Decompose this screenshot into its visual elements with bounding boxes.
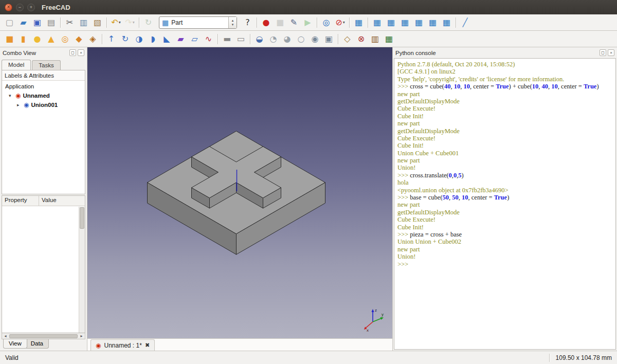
tree-item-union001-label: Union001: [31, 102, 58, 108]
view-axonometric-button[interactable]: ▦: [352, 16, 366, 29]
3d-viewport[interactable]: z y x: [87, 47, 392, 338]
macro-play-button[interactable]: ▶: [301, 16, 315, 29]
workbench-selector-spinner[interactable]: ▴ ▾: [228, 17, 237, 28]
new-file-button[interactable]: ▢: [3, 16, 16, 29]
combo-view-float-button[interactable]: ◻: [69, 49, 76, 56]
tree-item-union001[interactable]: ▸ ◉ Union001: [2, 100, 85, 110]
combo-view-title: Combo View: [3, 50, 68, 56]
part-extrude-button[interactable]: ↑: [104, 32, 118, 46]
part-revolve-button[interactable]: ↻: [118, 32, 132, 46]
combo-view-close-button[interactable]: ×: [78, 49, 84, 56]
part-thickness-button[interactable]: ▥: [368, 32, 382, 46]
part-defeaturing-button[interactable]: ⊗: [354, 32, 368, 46]
macro-record-button[interactable]: ●: [259, 16, 273, 29]
python-console-float-button[interactable]: ◻: [600, 49, 606, 56]
view-front-button[interactable]: ▦: [370, 16, 384, 29]
part-cylinder-button[interactable]: ▮: [16, 32, 30, 46]
part-create-primitives-button[interactable]: ◆: [72, 32, 86, 46]
part-box-icon: ■: [6, 35, 13, 43]
tab-model[interactable]: Model: [2, 60, 31, 70]
save-file-button[interactable]: ▣: [30, 16, 44, 29]
spin-up-icon: ▴: [232, 19, 234, 23]
part-chamfer-button[interactable]: ◣: [160, 32, 174, 46]
property-vertical-scrollbar[interactable]: [79, 207, 85, 333]
freecad-doc-icon: ◉: [96, 342, 101, 349]
part-mirror-button[interactable]: ◑: [132, 32, 146, 46]
print-button[interactable]: ▤: [44, 16, 58, 29]
expander-closed-icon[interactable]: ▸: [17, 102, 22, 107]
view-left-button[interactable]: ▦: [440, 16, 453, 29]
view-bottom-button[interactable]: ▦: [426, 16, 440, 29]
fit-all-button[interactable]: ◎: [319, 16, 333, 29]
part-check-geometry-button[interactable]: ◉: [308, 32, 322, 46]
part-defeaturing-icon: ⊗: [358, 35, 365, 43]
expander-open-icon[interactable]: ▾: [9, 93, 13, 98]
part-sphere-button[interactable]: ●: [30, 32, 44, 46]
redo-button[interactable]: ↷▾: [123, 16, 137, 29]
console-line: Python 2.7.8 (default, Oct 20 2014, 15:0…: [397, 61, 612, 68]
part-shape-builder-button[interactable]: ◈: [86, 32, 100, 46]
measure-distance-button[interactable]: ╱: [458, 16, 472, 29]
console-line: >>> cross.translate(0,0,5): [397, 172, 612, 179]
part-section-button[interactable]: ▬: [220, 32, 234, 46]
python-console-output[interactable]: Python 2.7.8 (default, Oct 20 2014, 15:0…: [394, 58, 616, 350]
document-tab-unnamed[interactable]: ◉ Unnamed : 1* ✖: [90, 339, 155, 351]
console-line: hola: [397, 179, 612, 186]
window-minimize-button[interactable]: −: [16, 4, 24, 11]
refresh-button[interactable]: ↻: [141, 16, 155, 29]
paste-button[interactable]: ▧: [90, 16, 104, 29]
property-editor: Property Value: [2, 195, 85, 333]
macro-stop-button[interactable]: ■: [273, 16, 287, 29]
view-top-button[interactable]: ▦: [384, 16, 398, 29]
part-loft-button[interactable]: ▱: [188, 32, 202, 46]
z-axis-arrow-icon: [372, 309, 374, 312]
part-intersection-button[interactable]: ○: [294, 32, 308, 46]
model-union001[interactable]: [148, 131, 325, 254]
part-fillet-button[interactable]: ◗: [146, 32, 160, 46]
part-cone-button[interactable]: ▲: [44, 32, 58, 46]
view-rear-button[interactable]: ▦: [412, 16, 426, 29]
window-maximize-button[interactable]: +: [27, 4, 35, 11]
draw-style-button[interactable]: ⊘▾: [333, 16, 347, 29]
part-union-button[interactable]: ◕: [280, 32, 294, 46]
python-console-close-button[interactable]: ×: [608, 49, 614, 56]
console-line: getDefaultDisplayMode: [397, 209, 612, 216]
document-tab-close-icon[interactable]: ✖: [145, 342, 150, 349]
part-cut-button[interactable]: ◔: [266, 32, 280, 46]
open-file-button[interactable]: ▰: [16, 16, 30, 29]
view-right-button[interactable]: ▦: [398, 16, 412, 29]
tab-tasks[interactable]: Tasks: [32, 60, 60, 70]
tree-item-document[interactable]: ▾ ◉ Unnamed: [2, 91, 85, 100]
property-horizontal-scrollbar[interactable]: ◂ ▸: [2, 333, 85, 339]
console-line: <pyooml.union object at 0x7fb2fb3a4690>: [397, 187, 612, 194]
document-icon: ◉: [15, 93, 21, 99]
tree-item-application[interactable]: Application: [2, 82, 85, 91]
part-sweep-button[interactable]: ∿: [202, 32, 215, 46]
workbench-selector[interactable]: ▦ Part ▴ ▾: [159, 16, 237, 29]
part-cross-sections-button[interactable]: ▭: [234, 32, 248, 46]
part-export-button[interactable]: ▦: [382, 32, 396, 46]
view-axonometric-icon: ▦: [355, 19, 362, 27]
tab-data[interactable]: Data: [25, 339, 49, 349]
part-boolean-button[interactable]: ◒: [252, 32, 266, 46]
scrollbar-thumb[interactable]: [9, 334, 78, 338]
window-close-button[interactable]: ×: [5, 4, 12, 11]
property-editor-body[interactable]: [2, 206, 85, 333]
console-line: >>> base = cube(50, 50, 10, center = Tru…: [397, 194, 612, 201]
macro-edit-button[interactable]: ✎: [287, 16, 301, 29]
part-ruled-surface-button[interactable]: ▰: [174, 32, 188, 46]
part-box-button[interactable]: ■: [3, 32, 16, 46]
whats-this-button[interactable]: ?: [241, 16, 255, 29]
scrollbar-thumb[interactable]: [80, 207, 84, 229]
copy-button[interactable]: ▥: [77, 16, 90, 29]
undo-button[interactable]: ↶▾: [109, 16, 123, 29]
main-area: Combo View ◻ × Model Tasks Labels & Attr…: [0, 47, 617, 351]
part-refine-shape-button[interactable]: ◇: [340, 32, 354, 46]
cut-button[interactable]: ✂: [63, 16, 77, 29]
tab-view[interactable]: View: [3, 339, 27, 349]
part-compound-button[interactable]: ▣: [322, 32, 336, 46]
scroll-right-icon[interactable]: ▸: [78, 334, 85, 339]
part-torus-button[interactable]: ◎: [58, 32, 72, 46]
scroll-left-icon[interactable]: ◂: [2, 334, 9, 339]
view-bottom-icon: ▦: [429, 19, 437, 27]
